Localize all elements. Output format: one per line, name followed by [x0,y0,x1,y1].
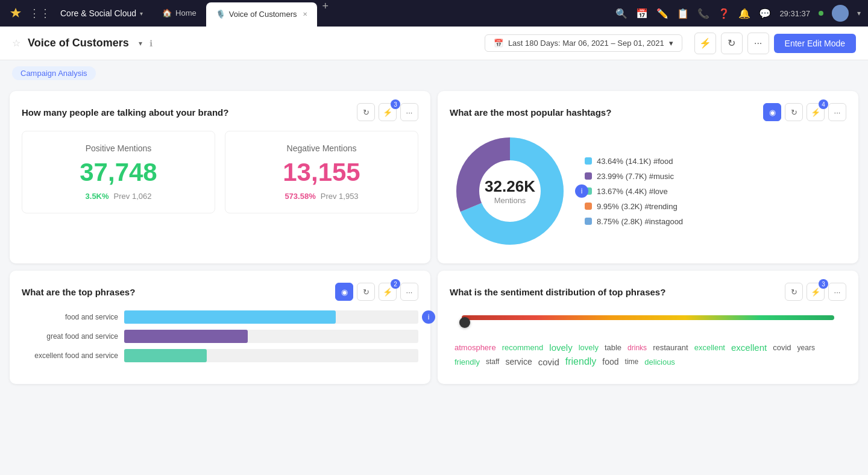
nav-tabs: 🏠 Home 🎙️ Voice of Customers ✕ + [153,0,611,27]
hashtags-more-button[interactable]: ··· [828,103,846,121]
word-6: restaurant [653,343,688,352]
word-15: friendly [565,356,597,367]
date-icon: 📅 [494,39,503,48]
negative-footer: 573.58% Prev 1,953 [285,192,358,201]
bar-track-2 [124,349,418,362]
legend-item-1: 23.99% (7.7K) #music [585,172,683,181]
tab-home[interactable]: 🏠 Home [153,0,206,27]
negative-prev: Prev 1,953 [321,192,359,201]
legend-dot-3 [585,203,592,210]
sentiment-more-button[interactable]: ··· [828,283,846,301]
chat-icon[interactable]: 💬 [759,8,771,19]
search-icon[interactable]: 🔍 [615,8,627,19]
edit-icon[interactable]: ✏️ [656,8,668,19]
main-content: How many people are talking about your b… [0,86,868,389]
sentiment-refresh-button[interactable]: ↻ [785,283,803,301]
widgets-row-1: How many people are talking about your b… [10,91,858,263]
voc-tab-label: Voice of Customers [229,10,297,19]
hashtags-refresh-button[interactable]: ↻ [785,103,803,121]
sentiment-header: What is the sentiment distribution of to… [450,283,846,301]
hashtags-view-button[interactable]: ◉ [763,103,781,121]
word-13: service [505,357,532,366]
nav-logo[interactable] [7,5,24,22]
hashtags-filter-wrapper: ⚡ 4 [807,103,825,121]
info-icon[interactable]: ℹ [149,39,153,48]
word-14: covid [538,357,559,367]
user-avatar[interactable] [832,5,849,22]
brand-filter-badge: 3 [391,99,400,109]
donut-label: Mentions [485,196,535,205]
bar-row-1: great food and service [22,330,418,343]
word-10: years [797,344,815,352]
title-caret[interactable]: ▾ [139,39,142,48]
negative-value: 13,155 [283,158,360,187]
top-phrases-refresh-button[interactable]: ↻ [357,283,375,301]
legend-dot-1 [585,172,592,180]
hashtags-actions: ◉ ↻ ⚡ 4 ··· [763,103,846,121]
word-11: friendly [454,357,480,366]
negative-mentions-card: Negative Mentions 13,155 573.58% Prev 1,… [225,131,418,213]
nav-app-name[interactable]: Core & Social Cloud ▾ [55,6,148,20]
word-7: excellent [694,343,725,352]
positive-label: Positive Mentions [86,143,152,153]
help-icon[interactable]: ❓ [718,8,730,19]
word-12: staff [486,357,499,366]
word-16: food [602,357,618,366]
more-options-button[interactable]: ··· [747,33,769,54]
bar-row-0: food and service i [22,310,418,324]
star-button[interactable]: ☆ [12,37,20,49]
tab-voice-of-customers[interactable]: 🎙️ Voice of Customers ✕ [206,2,318,27]
sentiment-title: What is the sentiment distribution of to… [450,287,665,297]
top-phrases-more-button[interactable]: ··· [400,283,418,301]
sentiment-knob[interactable] [459,317,470,328]
positive-prev: Prev 1,062 [114,192,152,201]
task-icon[interactable]: 📋 [677,8,689,19]
sentiment-actions: ↻ ⚡ 3 ··· [785,283,846,301]
sentiment-distribution-card: What is the sentiment distribution of to… [438,271,858,384]
word-18: delicious [644,357,675,366]
bar-track-0 [124,310,418,324]
bar-fill-1 [124,330,248,343]
top-phrases-view-button[interactable]: ◉ [335,283,353,301]
sentiment-track [462,315,834,320]
hashtags-title: What are the most popular hashtags? [450,107,611,118]
legend-item-4: 8.75% (2.8K) #instagood [585,217,683,226]
sentiment-filter-badge: 3 [819,279,828,289]
filter-button[interactable]: ⚡ [694,33,716,54]
legend-label-0: 43.64% (14.1K) #food [597,157,673,166]
word-cloud: atmosphererecommendlovelylovelytabledrin… [450,338,846,372]
bar-track-1 [124,330,418,343]
edit-mode-button[interactable]: Enter Edit Mode [774,34,856,53]
user-menu-chevron[interactable]: ▾ [857,9,861,17]
bar-row-2: excellent food and service [22,349,418,362]
bar-label-1: great food and service [22,332,118,341]
legend-label-1: 23.99% (7.7K) #music [597,172,674,181]
word-1: recommend [502,343,544,352]
date-range-picker[interactable]: 📅 Last 180 Days: Mar 06, 2021 – Sep 01, … [485,34,682,52]
donut-legend: 43.64% (14.1K) #food23.99% (7.7K) #music… [585,157,683,226]
donut-info-icon[interactable]: i [575,184,588,198]
bar-info-icon[interactable]: i [422,310,435,324]
add-tab-button[interactable]: + [317,0,333,27]
page-toolbar: ☆ Voice of Customers ▾ ℹ 📅 Last 180 Days… [0,27,868,60]
donut-total: 32.26K [485,177,535,196]
brand-mentions-actions: ↻ ⚡ 3 ··· [357,103,418,121]
hashtags-card: What are the most popular hashtags? ◉ ↻ … [438,91,858,263]
widgets-row-2: What are the top phrases? ◉ ↻ ⚡ 2 ··· fo… [10,271,858,384]
campaign-analysis-label: Campaign Analysis [20,69,87,78]
positive-value: 37,748 [80,158,157,187]
refresh-button[interactable]: ↻ [721,33,743,54]
word-4: table [605,343,621,352]
voc-tab-close[interactable]: ✕ [303,11,307,17]
word-17: time [625,357,639,366]
legend-dot-0 [585,157,592,165]
brand-mentions-title: How many people are talking about your b… [22,107,228,118]
notification-icon[interactable]: 🔔 [738,8,750,19]
brand-more-button[interactable]: ··· [400,103,418,121]
phone-icon[interactable]: 📞 [697,8,709,19]
nav-apps-grid-icon[interactable]: ⋮⋮ [29,7,51,20]
campaign-analysis-tag[interactable]: Campaign Analysis [12,66,96,80]
calendar-icon[interactable]: 📅 [636,8,648,19]
word-2: lovely [549,342,572,353]
brand-refresh-button[interactable]: ↻ [357,103,375,121]
